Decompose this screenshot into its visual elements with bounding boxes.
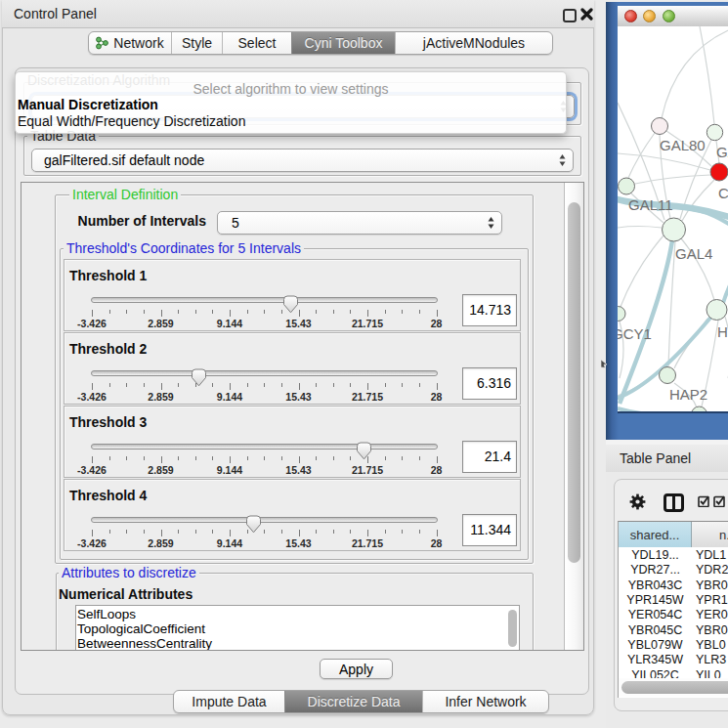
table-hscrollbar-track[interactable] (619, 678, 728, 697)
minimize-traffic-light-icon[interactable] (643, 10, 656, 22)
numerical-attributes-list[interactable]: SelfLoopsTopologicalCoefficientBetweenne… (75, 605, 520, 651)
slider-thumb[interactable] (245, 515, 262, 534)
close-traffic-light-icon[interactable] (624, 10, 637, 22)
zoom-traffic-light-icon[interactable] (663, 10, 675, 22)
apply-button[interactable]: Apply (320, 659, 393, 679)
attributes-list-scrollbar-thumb[interactable] (508, 610, 517, 647)
table-row[interactable]: YPR145WYPR1 (619, 592, 728, 607)
tab-jactivemnodules[interactable]: jActiveMNodules (395, 32, 552, 54)
split-column-icon[interactable] (664, 493, 684, 512)
network-node[interactable] (663, 218, 686, 241)
slider-tick-label: 28 (431, 464, 443, 476)
slider-tick (367, 530, 368, 536)
slider-track[interactable] (91, 297, 438, 303)
settings-scrollbar-thumb[interactable] (568, 202, 580, 563)
tab-network[interactable]: Network (89, 32, 171, 54)
slider-tick (126, 383, 127, 387)
slider-tick (316, 530, 317, 534)
network-node[interactable] (619, 178, 635, 194)
cell-name: YBR0 (696, 578, 728, 592)
slider-tick (178, 310, 179, 314)
dropdown-prompt-item[interactable]: Select algorithm to view settings (16, 81, 566, 97)
network-node[interactable] (707, 300, 727, 321)
slider-tick (316, 310, 317, 314)
network-node[interactable] (652, 118, 668, 135)
cell-shared-name: YPR145W (619, 592, 692, 607)
close-icon[interactable] (580, 8, 593, 21)
slider-tick (126, 530, 127, 534)
threshold-value-field[interactable]: 11.344 (462, 514, 517, 546)
network-node[interactable] (660, 367, 676, 384)
table-row[interactable]: YER054CYER0 (619, 608, 728, 622)
table-panel-titlebar[interactable]: Table Panel (606, 445, 728, 473)
tab-select[interactable]: Select (222, 32, 291, 54)
slider-tick (419, 310, 420, 314)
network-node-label: GCY1 (618, 325, 652, 342)
slider-tick (92, 383, 93, 390)
table-row[interactable]: YDL19...YDL1 (619, 548, 728, 563)
cell-name: YER0 (696, 608, 728, 622)
attribute-item[interactable]: BetweennessCentrality (77, 636, 212, 651)
network-view-window: GAL80GACGAL11GAL4GCY1HHAP2 (606, 2, 728, 440)
slider-tick (281, 383, 282, 387)
threshold-value-field[interactable]: 14.713 (462, 294, 517, 326)
network-window-titlebar[interactable] (618, 6, 728, 27)
checkbox-checked-icon[interactable] (713, 495, 726, 507)
network-edge (618, 227, 662, 229)
slider-tick-label: -3.426 (77, 537, 107, 549)
slider-tick (230, 383, 231, 390)
slider-track[interactable] (91, 370, 438, 376)
table-row[interactable]: YDR27...YDR2 (619, 563, 728, 578)
table-row[interactable]: YLR345WYLR3 (619, 653, 728, 667)
algorithm-dropdown-popup: Select algorithm to view settings Manual… (15, 71, 567, 134)
network-node[interactable] (710, 163, 728, 181)
tab-cyni-toolbox[interactable]: Cyni Toolbox (291, 32, 395, 54)
cell-name: YDR2 (696, 563, 728, 578)
threshold-value-field[interactable]: 6.316 (462, 367, 517, 400)
network-canvas[interactable]: GAL80GACGAL11GAL4GCY1HHAP2 (618, 26, 728, 411)
slider-tick (299, 530, 300, 536)
slider-tick (92, 530, 93, 536)
tab-label: Cyni Toolbox (305, 35, 383, 51)
slider-tick-label: 15.43 (285, 537, 311, 549)
slider-track[interactable] (91, 517, 438, 523)
slider-thumb[interactable] (356, 442, 372, 460)
slider-tick-label: 15.43 (285, 391, 311, 403)
tab-impute-data[interactable]: Impute Data (174, 691, 284, 712)
threshold-value-field[interactable]: 21.4 (462, 441, 517, 473)
attribute-item[interactable]: SelfLoops (77, 607, 136, 621)
table-hscrollbar-thumb[interactable] (621, 681, 728, 694)
slider-tick (299, 456, 300, 463)
network-node[interactable] (707, 124, 722, 140)
control-panel-titlebar[interactable]: Control Panel (2, 0, 594, 28)
slider-thumb[interactable] (191, 368, 207, 387)
network-node[interactable] (618, 307, 625, 321)
dropdown-item-equal-width-frequency[interactable]: Equal Width/Frequency Discretization (18, 113, 245, 129)
settings-scrollbar-track[interactable] (564, 183, 583, 650)
network-node-label: C (718, 185, 728, 201)
slider-tick-label: -3.426 (77, 391, 107, 403)
thresholds-group-title: Threshold's Coordinates for 5 Intervals (64, 241, 304, 256)
network-node-label: H (717, 323, 728, 340)
tab-discretize-data[interactable]: Discretize Data (284, 691, 422, 712)
column-header-name[interactable]: n... (692, 522, 728, 547)
slider-thumb[interactable] (282, 295, 299, 314)
float-icon[interactable] (563, 9, 577, 22)
attribute-item[interactable]: TopologicalCoefficient (77, 621, 205, 636)
threshold-panel-3: Threshold 3-3.4262.8599.14415.4321.71528… (64, 406, 521, 478)
table-row[interactable]: YBR045CYBR0 (619, 622, 728, 637)
column-header-shared-name[interactable]: shared... (619, 522, 692, 547)
threshold-label: Threshold 1 (69, 268, 147, 283)
number-of-intervals-combobox[interactable]: 5 (217, 211, 502, 235)
table-data-combobox[interactable]: galFiltered.sif default node (31, 149, 574, 172)
slider-tick (212, 456, 213, 460)
table-row[interactable]: YBR043CYBR0 (619, 578, 728, 592)
dropdown-item-manual-discretization[interactable]: Manual Discretization (18, 97, 158, 112)
checkbox-checked-icon[interactable] (698, 495, 710, 507)
tab-infer-network[interactable]: Infer Network (422, 691, 548, 712)
slider-track[interactable] (91, 444, 438, 450)
table-row[interactable]: YBL079WYBL0 (619, 637, 728, 652)
tab-style[interactable]: Style (171, 32, 222, 54)
slider-tick (402, 530, 403, 534)
gear-icon[interactable] (629, 493, 646, 510)
